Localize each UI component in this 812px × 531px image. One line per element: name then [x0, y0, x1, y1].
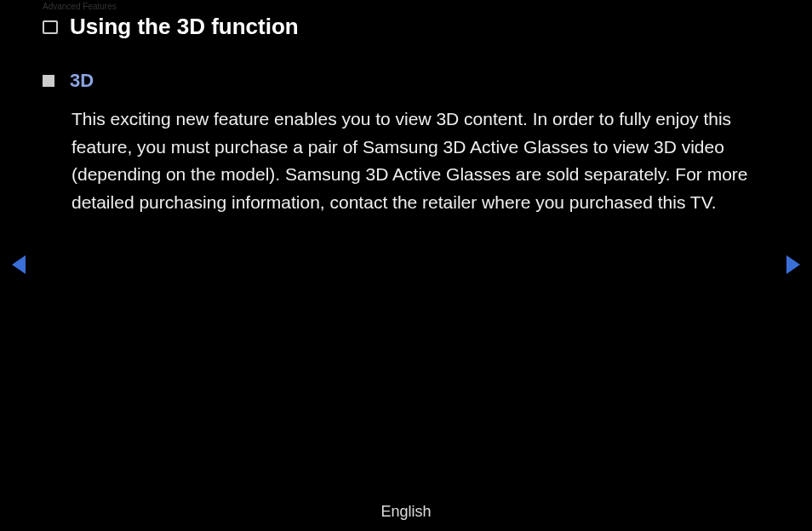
page-title: Using the 3D function: [70, 14, 299, 40]
arrow-left-icon: [12, 255, 26, 274]
book-icon: [43, 20, 58, 34]
square-bullet-icon: [43, 75, 54, 87]
section-3d: 3D This exciting new feature enables you…: [43, 70, 771, 216]
section-title: 3D: [70, 70, 94, 92]
footer-language: English: [0, 503, 812, 521]
page-header: Using the 3D function: [43, 14, 299, 40]
section-body: This exciting new feature enables you to…: [71, 106, 771, 216]
section-header: 3D: [43, 70, 771, 92]
arrow-right-icon: [786, 255, 800, 274]
prev-page-button[interactable]: [12, 255, 26, 274]
breadcrumb: Advanced Features: [43, 2, 117, 11]
next-page-button[interactable]: [786, 255, 800, 274]
